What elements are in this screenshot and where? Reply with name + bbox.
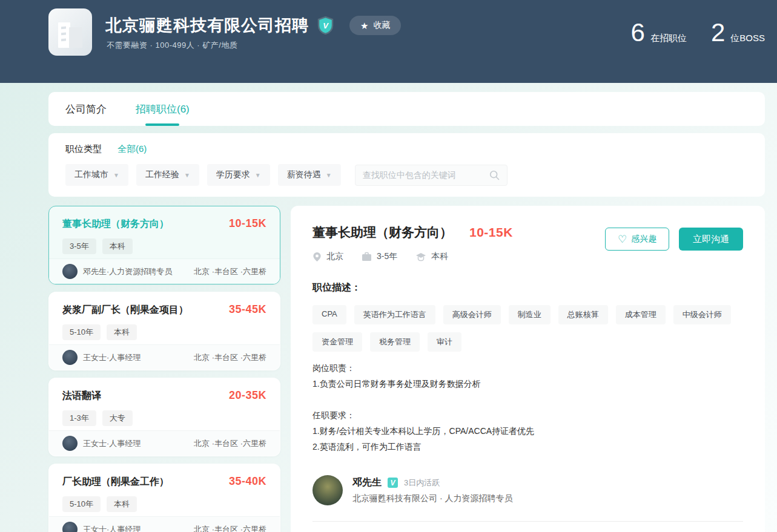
tab-job-positions[interactable]: 招聘职位(6) [136,92,190,126]
header-stat: 6 在招职位 [631,20,687,45]
tab-company-intro[interactable]: 公司简介 [65,92,107,126]
keyword-tag: 税务管理 [370,332,420,352]
job-tag: 本科 [107,324,137,340]
keyword-tag: CPA [312,305,346,324]
description-line: 1.负责公司日常财务事务处理及财务数据分析 [312,376,743,392]
company-meta: 不需要融资 · 100-499人 · 矿产/地质 [107,40,237,51]
company-tabs: 公司简介招聘职位(6) [48,92,765,126]
stat-value: 6 [631,20,645,45]
job-tag: 大专 [102,410,133,426]
tab-label: 招聘职位(6) [136,102,190,116]
job-card-tags: 3-5年本科 [62,238,266,254]
job-tag: 5-10年 [62,496,101,512]
job-card-footer: 王女士·人事经理 北京 ·丰台区 ·六里桥 [49,344,280,370]
job-card-tags: 1-3年大专 [62,410,266,426]
job-type-label: 职位类型 [65,143,102,155]
job-card-footer: 王女士·人事经理 北京 ·丰台区 ·六里桥 [49,430,280,456]
stat-label: 位BOSS [730,33,765,44]
job-card-footer: 王女士·人事经理 北京 ·丰台区 ·六里桥 [49,516,280,532]
building-icon [57,16,84,48]
location-icon [312,252,322,262]
interested-label: 感兴趣 [631,234,656,245]
meta-text: 3-5年 [377,251,397,262]
job-description-heading: 职位描述： [312,281,743,294]
filter-bar: 职位类型 全部(6) 工作城市 ▼工作经验 ▼学历要求 ▼薪资待遇 ▼ [48,133,765,197]
detail-meta-item: 本科 [415,251,448,262]
recruiter-avatar [62,436,78,451]
filter-dropdown-3[interactable]: 薪资待遇 ▼ [278,164,341,186]
heart-icon: ♡ [618,234,627,245]
job-card-salary: 35-45K [229,303,266,316]
job-card-recruiter: 王女士·人事经理 [62,436,141,451]
keyword-tag: 总账核算 [558,305,608,324]
interested-button[interactable]: ♡ 感兴趣 [605,228,669,251]
job-tag: 本科 [107,496,137,512]
description-line [312,392,743,407]
keyword-search-box[interactable] [355,165,508,186]
filter-dropdown-0[interactable]: 工作城市 ▼ [65,164,128,186]
recruiter-subline: 北京骊甦科技有限公司 · 人力资源招聘专员 [352,493,512,504]
description-line: 任职要求： [312,407,743,423]
job-card[interactable]: 法语翻译 20-35K 1-3年大专 王女士·人事经理 北京 ·丰台区 ·六里桥 [48,378,280,456]
job-card-location: 北京 ·丰台区 ·六里桥 [194,352,266,363]
job-description-text: 岗位职责：1.负责公司日常财务事务处理及财务数据分析 任职要求：1.财务/会计相… [312,360,743,455]
job-card-recruiter: 王女士·人事经理 [62,350,141,365]
recruiter-block[interactable]: 邓先生 V 3日内活跃 北京骊甦科技有限公司 · 人力资源招聘专员 [312,475,743,505]
keyword-tag: 审计 [428,332,461,352]
recruiter-avatar [62,350,78,365]
description-line: 1.财务/会计相关专业本科以上学历，CPA/ACCA持证者优先 [312,423,743,439]
job-card-footer: 邓先生·人力资源招聘专员 北京 ·丰台区 ·六里桥 [49,258,280,284]
keyword-tag: 制造业 [509,305,551,324]
chevron-down-icon: ▼ [184,172,190,179]
job-card-tags: 5-10年本科 [62,324,266,340]
description-line: 岗位职责： [312,360,743,376]
collect-button[interactable]: ★ 收藏 [349,16,401,35]
filter-dropdown-1[interactable]: 工作经验 ▼ [136,164,199,186]
detail-salary: 10-15K [469,225,513,240]
keyword-tags: CPA英语作为工作语言高级会计师制造业总账核算成本管理中级会计师资金管理税务管理… [312,305,743,352]
job-list: 董事长助理（财务方向） 10-15K 3-5年本科 邓先生·人力资源招聘专员 北… [48,206,280,532]
filter-dropdown-2[interactable]: 学历要求 ▼ [207,164,270,186]
dropdown-label: 工作经验 [145,169,179,180]
search-icon [489,170,500,180]
chat-now-button[interactable]: 立即沟通 [679,228,743,251]
job-tag: 3-5年 [62,238,96,254]
recruiter-avatar [62,264,78,279]
recruiter-active-status: 3日内活跃 [404,478,440,488]
job-card[interactable]: 董事长助理（财务方向） 10-15K 3-5年本科 邓先生·人力资源招聘专员 北… [48,206,280,284]
job-card[interactable]: 炭浆厂副厂长（刚果金项目） 35-45K 5-10年本科 王女士·人事经理 北京… [48,292,280,370]
active-tab-underline [145,123,179,126]
filter-dropdown-row: 工作城市 ▼工作经验 ▼学历要求 ▼薪资待遇 ▼ [65,164,748,186]
chevron-down-icon: ▼ [326,172,332,179]
recruiter-name: 邓先生 [352,476,382,489]
chevron-down-icon: ▼ [113,172,119,179]
recruiter-text: 王女士·人事经理 [83,438,141,449]
job-tag: 本科 [102,238,133,254]
company-header: 北京骊甦科技有限公司招聘 V ★ 收藏 不需要融资 · 100-499人 · 矿… [0,0,777,83]
company-name: 北京骊甦科技有限公司招聘 [105,15,309,36]
briefcase-icon [362,252,372,261]
dropdown-label: 工作城市 [74,169,108,180]
recruiter-avatar [312,475,343,505]
job-card[interactable]: 厂长助理（刚果金工作） 35-40K 5-10年本科 王女士·人事经理 北京 ·… [48,464,280,532]
header-stats: 6 在招职位2 位BOSS [631,20,765,45]
divider [312,521,743,522]
tab-label: 公司简介 [65,102,107,116]
job-card-recruiter: 王女士·人事经理 [62,522,141,532]
svg-text:V: V [323,21,329,30]
job-type-all-link[interactable]: 全部(6) [117,143,147,155]
stat-value: 2 [711,20,725,45]
job-detail-panel: 董事长助理（财务方向） 10-15K 北京3-5年本科 ♡ 感兴趣 立即沟通 职… [291,206,765,532]
job-tag: 5-10年 [62,324,101,340]
recruiter-text: 王女士·人事经理 [83,352,141,363]
education-icon [415,252,426,261]
dropdown-label: 学历要求 [216,169,250,180]
dropdown-label: 薪资待遇 [287,169,321,180]
detail-meta-item: 北京 [312,251,343,262]
keyword-tag: 成本管理 [616,305,666,324]
keyword-tag: 英语作为工作语言 [354,305,435,324]
job-card-recruiter: 邓先生·人力资源招聘专员 [62,264,172,279]
job-card-location: 北京 ·丰台区 ·六里桥 [194,524,266,532]
keyword-tag: 高级会计师 [443,305,501,324]
keyword-search-input[interactable] [363,170,489,180]
